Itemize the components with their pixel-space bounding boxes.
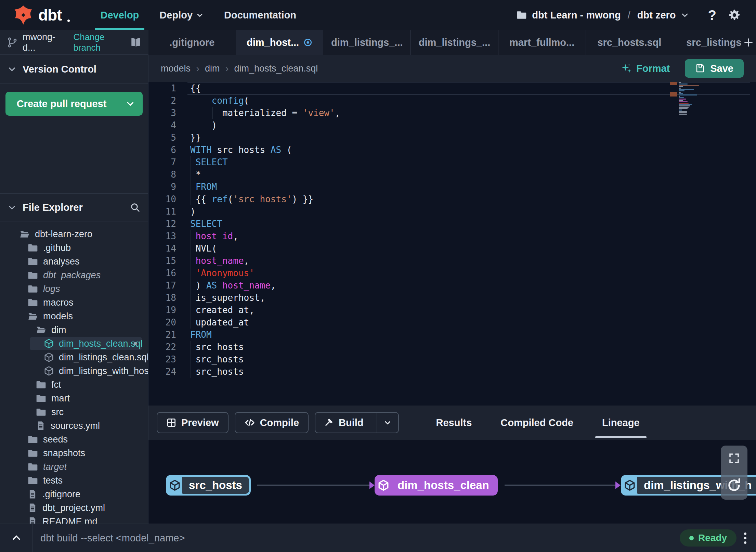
lineage-graph[interactable]: src_hostsdim_hosts_cleandim_listings_wit… (148, 440, 756, 524)
code-line-2[interactable]: 2 config( (148, 94, 756, 107)
edge-arrowhead-icon (615, 482, 621, 489)
panel-tab-results[interactable]: Results (422, 406, 486, 440)
breadcrumb-item[interactable]: models (161, 63, 191, 74)
tree-item-dim[interactable]: dim (0, 323, 148, 337)
pull-request-options-chevron[interactable] (118, 92, 143, 116)
file-tree: dbt-learn-zero.githubanalysesdbt_package… (0, 227, 148, 524)
breadcrumb-item[interactable]: dim_hosts_clean.sql (234, 63, 318, 74)
settings-gear-icon[interactable] (728, 9, 741, 22)
nav-item-label: Documentation (224, 10, 296, 21)
nav-item-documentation[interactable]: Documentation (214, 0, 307, 30)
nav-item-develop[interactable]: Develop (90, 0, 149, 30)
minimap[interactable] (679, 82, 700, 115)
code-editor[interactable]: 1{{2 config(3 materialized = 'view',4 )5… (148, 82, 756, 406)
code-line-8[interactable]: 8 * (148, 168, 756, 181)
help-icon[interactable]: ? (708, 8, 716, 23)
tree-item-dim_listings_clean-sql[interactable]: dim_listings_clean.sql (0, 350, 148, 364)
code-line-23[interactable]: 23 src_hosts (148, 353, 756, 365)
code-line-24[interactable]: 24 src_hosts (148, 365, 756, 378)
nav-item-deploy[interactable]: Deploy (149, 0, 214, 30)
project-selector[interactable]: dbt Learn - mwong / dbt zero (516, 10, 689, 21)
tree-item-seeds[interactable]: seeds (0, 433, 148, 446)
format-button[interactable]: Format (621, 63, 670, 74)
tab-dim_listings_-[interactable]: dim_listings_... (323, 30, 411, 55)
version-control-header[interactable]: Version Control (0, 55, 148, 84)
fullscreen-icon[interactable] (728, 452, 740, 464)
code-line-20[interactable]: 20 updated_at (148, 316, 756, 329)
breadcrumb-item[interactable]: dim (205, 63, 220, 74)
code-line-13[interactable]: 13 host_id, (148, 230, 756, 242)
environment-name: dbt zero (637, 10, 676, 21)
tree-item-sources-yml[interactable]: sources.yml (0, 419, 148, 433)
tree-item-src[interactable]: src (0, 405, 148, 419)
tree-item-macros[interactable]: macros (0, 296, 148, 309)
tab--gitignore[interactable]: .gitignore (148, 30, 236, 55)
tree-item-dbt_packages[interactable]: dbt_packages (0, 268, 148, 282)
command-input[interactable] (40, 532, 680, 544)
tree-item-snapshots[interactable]: snapshots (0, 446, 148, 460)
chevron-up-icon[interactable] (0, 524, 32, 552)
tree-item-fct[interactable]: fct (0, 378, 148, 391)
code-line-5[interactable]: 5}} (148, 131, 756, 144)
code-line-9[interactable]: 9 FROM (148, 181, 756, 193)
line-number: 22 (148, 341, 176, 353)
create-pull-request-button[interactable]: Create pull request (5, 92, 143, 116)
minimap-line (679, 110, 682, 111)
lineage-node-dim_hosts_clean[interactable]: dim_hosts_clean (375, 475, 498, 496)
save-button[interactable]: Save (685, 59, 744, 78)
tree-item-models[interactable]: models (0, 309, 148, 323)
new-tab-button[interactable] (741, 30, 756, 55)
build-button[interactable]: Build (315, 412, 399, 433)
action-buttons: PreviewCompileBuild (157, 412, 405, 433)
code-line-22[interactable]: 22 src_hosts (148, 341, 756, 353)
refresh-icon[interactable] (726, 477, 742, 493)
tree-item--github[interactable]: .github (0, 241, 148, 255)
docs-book-icon[interactable] (130, 37, 142, 48)
build-options-chevron[interactable] (377, 413, 398, 433)
kebab-menu-icon[interactable] (744, 532, 746, 544)
code-line-12[interactable]: 12SELECT (148, 218, 756, 230)
compile-button[interactable]: Compile (235, 412, 309, 433)
code-line-17[interactable]: 17 ) AS host_name, (148, 279, 756, 292)
tab-dim_listings_-[interactable]: dim_listings_... (411, 30, 498, 55)
tree-item-README-md[interactable]: README.md (0, 515, 148, 524)
code-line-18[interactable]: 18 is_superhost, (148, 292, 756, 304)
tab-dim_host-[interactable]: dim_host... (236, 30, 324, 55)
tree-item--gitignore[interactable]: .gitignore (0, 487, 148, 501)
code-line-1[interactable]: 1{{ (148, 82, 756, 94)
code-line-3[interactable]: 3 materialized = 'view', (148, 107, 756, 119)
code-line-16[interactable]: 16 'Anonymous' (148, 267, 756, 279)
tree-item-dim_hosts_clean-sql[interactable]: dim_hosts_clean.sql• (0, 337, 148, 350)
tree-item-dbt-learn-zero[interactable]: dbt-learn-zero (0, 227, 148, 241)
tab-mart_fullmo-[interactable]: mart_fullmo... (498, 30, 586, 55)
code-line-11[interactable]: 11) (148, 205, 756, 218)
file-explorer-header[interactable]: File Explorer (0, 193, 148, 221)
panel-tab-compiled-code[interactable]: Compiled Code (486, 406, 588, 440)
tree-item-target[interactable]: target (0, 460, 148, 474)
tree-item-dim_listings_with_hosts-[interactable]: dim_listings_with_hosts... (0, 364, 148, 378)
code-line-21[interactable]: 21FROM (148, 329, 756, 341)
search-icon[interactable] (130, 202, 141, 213)
bottom-action-bar: PreviewCompileBuild ResultsCompiled Code… (148, 406, 756, 440)
tree-item-mart[interactable]: mart (0, 391, 148, 405)
code-line-4[interactable]: 4 ) (148, 119, 756, 131)
tree-item-dbt_project-yml[interactable]: dbt_project.yml (0, 501, 148, 515)
tree-item-tests[interactable]: tests (0, 474, 148, 487)
code-line-10[interactable]: 10 {{ ref('src_hosts') }} (148, 193, 756, 205)
tab-src_hosts-sql[interactable]: src_hosts.sql (586, 30, 674, 55)
preview-button[interactable]: Preview (157, 412, 229, 433)
nav-item-label: Deploy (159, 10, 193, 21)
tree-item-analyses[interactable]: analyses (0, 255, 148, 268)
dbt-logo[interactable]: dbt (0, 5, 70, 25)
code-line-14[interactable]: 14 NVL( (148, 242, 756, 255)
lineage-node-src_hosts[interactable]: src_hosts (166, 475, 251, 496)
code-line-19[interactable]: 19 created_at, (148, 304, 756, 316)
minimap-line (679, 82, 681, 83)
tree-item-logs[interactable]: logs (0, 282, 148, 296)
tab-src_listings-[interactable]: src_listings. (673, 30, 741, 55)
change-branch-link[interactable]: Change branch (73, 32, 130, 53)
code-line-6[interactable]: 6WITH src_hosts AS ( (148, 144, 756, 156)
code-line-7[interactable]: 7 SELECT (148, 156, 756, 168)
panel-tab-lineage[interactable]: Lineage (588, 406, 654, 440)
code-line-15[interactable]: 15 host_name, (148, 255, 756, 267)
